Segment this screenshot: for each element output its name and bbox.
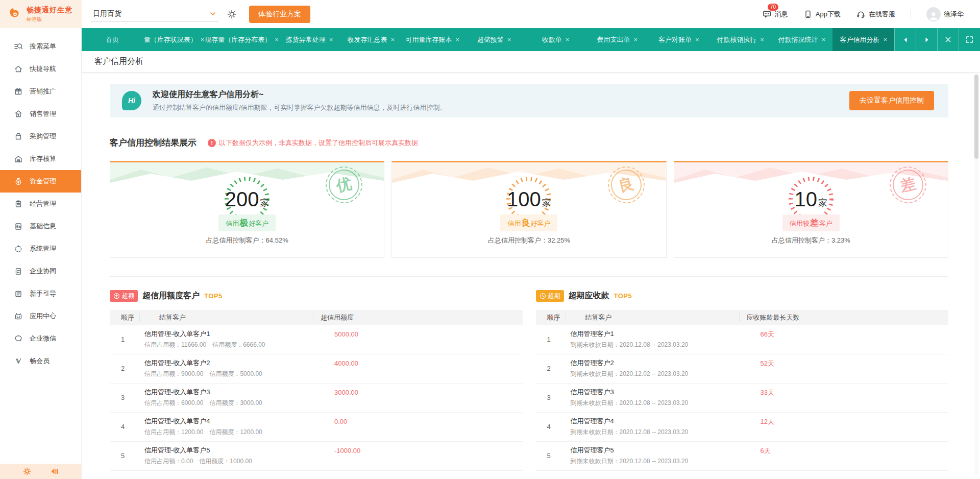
table-row[interactable]: 1 信用管理-收入单客户1信用占用额：11666.00 信用额度：6666.00…: [110, 325, 523, 354]
tab-close-icon[interactable]: ×: [275, 36, 279, 43]
logo-subtitle: 标准版: [27, 16, 72, 23]
tab[interactable]: 付款核销执行×: [709, 28, 771, 51]
tab-close-icon[interactable]: ×: [883, 36, 887, 43]
tab[interactable]: 拣货异常处理×: [279, 28, 340, 51]
money-bag-icon: [14, 177, 23, 186]
table-row[interactable]: 2 信用管理-收入单客户2信用占用额：9000.00 信用额度：5000.00 …: [110, 354, 523, 384]
phone-icon: [803, 10, 813, 19]
tab[interactable]: 超储预警×: [463, 28, 525, 51]
card-credit-poor: 10 家 信用较差客户 占总信用控制客户：3.23% 差: [674, 161, 948, 258]
online-service-label: 在线客服: [869, 10, 895, 19]
tab[interactable]: 收款单×: [525, 28, 586, 51]
logo[interactable]: 畅捷通好生意 标准版: [0, 0, 82, 28]
tab[interactable]: 量（库存状况表）×: [143, 28, 205, 51]
chevron-down-icon: [209, 10, 216, 17]
sidebar-item-operations[interactable]: 经营管理: [0, 193, 81, 215]
trial-industry-button[interactable]: 体验行业方案: [249, 6, 310, 23]
tab-close-icon[interactable]: ×: [201, 36, 205, 43]
table-row[interactable]: 3 信用管理-收入单客户3信用占用额：6000.00 信用额度：3000.00 …: [110, 384, 523, 413]
logo-icon: [7, 7, 22, 22]
vertical-scrollbar[interactable]: [974, 75, 978, 475]
sidebar-item-guide[interactable]: 新手引导: [0, 282, 81, 305]
purchase-bag-icon: [14, 132, 23, 141]
table-title: 超信用额度客户: [142, 291, 200, 301]
banner-description: 通过控制结算客户的信用额度/信用期限，可实时掌握客户欠款超期等信用信息，及时进行…: [153, 103, 447, 112]
tab-close-icon[interactable]: ×: [760, 36, 764, 43]
sidebar-item-collaboration[interactable]: 企业协同: [0, 260, 81, 282]
tab[interactable]: 费用支出单×: [586, 28, 648, 51]
sidebar-footer: [0, 464, 81, 479]
sidebar-item-purchasing[interactable]: 采购管理: [0, 125, 81, 148]
app-download-button[interactable]: App下载: [803, 10, 841, 19]
top5-label: TOP5: [204, 292, 223, 300]
tab-active[interactable]: 客户信用分析×: [832, 28, 894, 51]
table-header: 顺序 结算客户 超信用额度: [110, 310, 523, 325]
settings-gear-icon[interactable]: [227, 9, 237, 19]
sidebar-item-sales[interactable]: 销售管理: [0, 103, 81, 125]
member-icon: [14, 356, 23, 366]
tab-close-icon[interactable]: ×: [456, 36, 460, 43]
credit-level-badge: 信用较差客户: [782, 214, 840, 231]
table-row[interactable]: 5 信用管理-收入单客户5信用占用额：0.00 信用额度：1000.00 -10…: [110, 442, 523, 471]
sidebar-item-system[interactable]: 系统管理: [0, 237, 81, 260]
sidebar-item-wechat[interactable]: 企业微信: [0, 327, 81, 350]
overdue-badge: 超期: [536, 290, 564, 302]
tab[interactable]: 现存量（库存分布表）×: [205, 28, 279, 51]
sales-icon: [14, 109, 23, 118]
overdue-receivables-table: 超期 超期应收款 TOP5 顺序 结算客户 应收账龄最长天数 1 信用管理客户1…: [536, 290, 949, 471]
sidebar-item-funds[interactable]: 资金管理: [0, 170, 81, 193]
scrollbar-thumb[interactable]: [974, 75, 978, 159]
tab-home[interactable]: 首页: [82, 28, 143, 51]
main-area: 客户信用分析 Hi 欢迎使用好生意客户信用分析~ 通过控制结算客户的信用额度/信…: [82, 51, 980, 479]
table-row[interactable]: 2 信用管理客户2到期未收款日期：2020.12.02 -- 2023.03.2…: [536, 354, 949, 384]
industry-select-value: 日用百货: [93, 9, 121, 18]
sidebar-item-marketing[interactable]: 营销推广: [0, 80, 81, 103]
sidebar-settings-gear-icon[interactable]: [22, 467, 32, 476]
tabs-close-all-button[interactable]: [937, 28, 959, 51]
table-row[interactable]: 1 信用管理客户1到期未收款日期：2020.12.08 -- 2023.03.2…: [536, 325, 949, 354]
over-limit-badge: 超额: [110, 290, 138, 302]
guide-icon: [14, 289, 23, 298]
tab-close-icon[interactable]: ×: [566, 36, 570, 43]
credit-level-badge: 信用极好客户: [218, 214, 276, 231]
customer-count: 100: [507, 189, 541, 209]
tab[interactable]: 客户对账单×: [648, 28, 710, 51]
user-menu[interactable]: 徐泽华: [926, 7, 964, 21]
sidebar-item-member[interactable]: 畅会员: [0, 350, 81, 372]
tab[interactable]: 付款情况统计×: [771, 28, 833, 51]
sidebar-item-quick-nav[interactable]: 快捷导航: [0, 58, 81, 80]
online-service-button[interactable]: 在线客服: [856, 9, 895, 19]
tab-close-icon[interactable]: ×: [329, 36, 333, 43]
arrow-up-circle-icon: [113, 293, 120, 299]
page-content: Hi 欢迎使用好生意客户信用分析~ 通过控制结算客户的信用额度/信用期限，可实时…: [82, 73, 980, 479]
table-row[interactable]: 4 信用管理-收入单客户4信用占用额：1200.00 信用额度：1200.00 …: [110, 413, 523, 442]
sidebar-item-search[interactable]: 搜索菜单: [0, 35, 81, 58]
tab[interactable]: 收发存汇总表×: [340, 28, 402, 51]
messages-button[interactable]: 70 消息: [762, 9, 788, 19]
banner-title: 欢迎使用好生意客户信用分析~: [153, 89, 447, 100]
setup-credit-control-button[interactable]: 去设置客户信用控制: [849, 91, 934, 110]
table-row[interactable]: 5 信用管理客户5到期未收款日期：2020.12.08 -- 2023.03.2…: [536, 442, 949, 471]
tab-close-icon[interactable]: ×: [507, 36, 511, 43]
industry-select[interactable]: 日用百货: [91, 6, 218, 22]
base-info-icon: [14, 222, 23, 231]
collapse-sidebar-icon[interactable]: [50, 467, 59, 476]
hi-bubble-icon: Hi: [122, 91, 141, 110]
table-row[interactable]: 4 信用管理客户4到期未收款日期：2020.12.08 -- 2023.03.2…: [536, 413, 949, 442]
tab[interactable]: 可用量库存账本×: [402, 28, 463, 51]
tab-close-icon[interactable]: ×: [390, 36, 395, 43]
tabs-scroll-right-button[interactable]: [916, 28, 937, 51]
table-row[interactable]: 3 信用管理客户3到期未收款日期：2020.12.08 -- 2023.03.2…: [536, 384, 949, 413]
tab-close-icon[interactable]: ×: [822, 36, 826, 43]
fullscreen-icon[interactable]: [959, 28, 980, 51]
tab-close-icon[interactable]: ×: [633, 36, 638, 43]
messages-label: 消息: [775, 10, 788, 19]
tabs-scroll-left-button[interactable]: [894, 28, 916, 51]
sidebar-item-app-center[interactable]: 应用中心: [0, 305, 81, 327]
sidebar-item-inventory[interactable]: 库存核算: [0, 148, 81, 170]
top5-tables: 超额 超信用额度客户 TOP5 顺序 结算客户 超信用额度 1 信用管理-收入单…: [110, 276, 948, 471]
sidebar-item-base-info[interactable]: 基础信息: [0, 215, 81, 237]
search-icon: [14, 42, 23, 51]
tab-close-icon[interactable]: ×: [695, 36, 699, 43]
page-title-bar: 客户信用分析: [82, 51, 980, 73]
